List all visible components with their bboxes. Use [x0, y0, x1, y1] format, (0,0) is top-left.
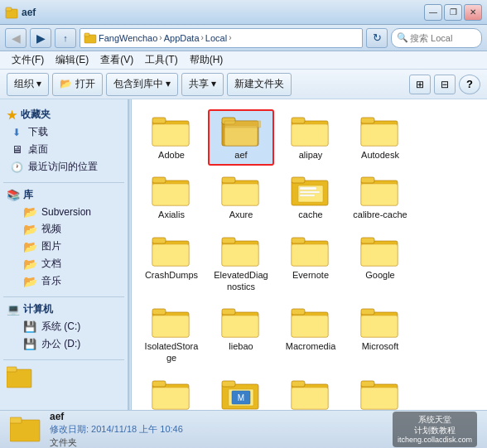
restore-button[interactable]: ❐: [444, 4, 462, 21]
svg-rect-36: [152, 244, 189, 266]
sidebar-item-documents[interactable]: 文档: [17, 255, 124, 272]
address-part-3[interactable]: Local ›: [205, 33, 232, 43]
preview-button[interactable]: ⊟: [434, 75, 456, 94]
share-button[interactable]: 共享 ▾: [181, 73, 224, 96]
refresh-button[interactable]: ↻: [366, 28, 388, 48]
favorites-section: ★ 收藏夹 下载 桌面 最近访问的位置: [3, 106, 124, 176]
watermark: 系统天堂 计划数教程 itcheng.collacdisk.com: [393, 412, 477, 448]
file-item-mindjet[interactable]: M Mindjet: [208, 373, 274, 410]
sidebar-item-drive-c[interactable]: 系统 (C:): [17, 318, 124, 335]
file-item-google[interactable]: Google: [347, 229, 413, 298]
file-item-microsoft[interactable]: Microsoft: [347, 301, 413, 369]
file-label: Microsoft: [362, 340, 399, 352]
file-item-evernote[interactable]: Evernote: [277, 229, 344, 298]
file-item-alipay[interactable]: alipay: [277, 109, 344, 166]
svg-rect-53: [292, 309, 305, 315]
up-button[interactable]: ↑: [55, 28, 76, 48]
window-controls: — ❐ ✕: [424, 4, 482, 21]
svg-rect-54: [292, 316, 328, 337]
sidebar-item-drive-d[interactable]: 办公 (D:): [17, 335, 124, 353]
svg-rect-33: [361, 184, 398, 205]
folder-icon: [360, 174, 400, 209]
svg-rect-50: [222, 309, 235, 315]
search-box[interactable]: 🔍: [391, 28, 482, 48]
svg-rect-44: [361, 238, 374, 243]
file-item-liebao[interactable]: liebao: [208, 301, 274, 369]
svg-rect-26: [292, 177, 305, 183]
watermark-line3: itcheng.collacdisk.com: [398, 436, 472, 446]
menu-tools[interactable]: 工具(T): [140, 52, 182, 69]
library-icon: [7, 189, 20, 202]
sidebar-item-subversion[interactable]: Subversion: [17, 204, 124, 220]
file-item-axure[interactable]: Axure: [208, 169, 274, 225]
minimize-button[interactable]: —: [424, 4, 442, 21]
menu-edit[interactable]: 编辑(E): [51, 52, 94, 69]
libraries-title[interactable]: 库: [3, 186, 124, 204]
sidebar-item-music[interactable]: 音乐: [17, 272, 124, 290]
folder-icon: [291, 306, 330, 340]
folder-icon: [152, 114, 191, 149]
folder-icon: [360, 306, 400, 340]
sidebar-item-video[interactable]: 视频: [17, 220, 124, 238]
new-folder-button[interactable]: 新建文件夹: [227, 73, 292, 96]
svg-rect-48: [152, 316, 189, 337]
computer-title[interactable]: 计算机: [3, 301, 124, 318]
forward-button[interactable]: ▶: [30, 28, 51, 48]
sidebar-item-aef[interactable]: [3, 364, 124, 390]
address-bar[interactable]: FangWenchao › AppData › Local ›: [80, 28, 363, 48]
organize-button[interactable]: 组织 ▾: [7, 73, 49, 96]
address-part-1[interactable]: FangWenchao ›: [99, 33, 162, 43]
sidebar-item-download[interactable]: 下载: [3, 123, 124, 141]
file-item-calibre-cache[interactable]: calibre-cache: [347, 169, 413, 225]
view-options-button[interactable]: ⊞: [409, 75, 431, 94]
file-item-miphone-manager[interactable]: MiPhone Manager: [277, 373, 344, 410]
window-title: aef: [22, 7, 36, 18]
file-item-axialis[interactable]: Axialis: [138, 169, 205, 225]
favorites-title[interactable]: ★ 收藏夹: [3, 106, 124, 123]
file-item-cache[interactable]: cache: [277, 169, 344, 225]
file-item-elevateddiagnostics[interactable]: ElevatedDiagnostics: [208, 229, 274, 298]
svg-rect-39: [222, 244, 258, 266]
file-item-autodesk[interactable]: Autodesk: [347, 109, 413, 166]
file-item-microsoft-help[interactable]: Microsoft Help: [138, 373, 205, 410]
svg-rect-1: [6, 7, 12, 11]
file-item-isolatedstorage[interactable]: IsolatedStorage: [138, 301, 205, 369]
folder-icon: [291, 114, 330, 149]
sidebar-item-desktop[interactable]: 桌面: [3, 141, 124, 158]
sidebar-item-pictures[interactable]: 图片: [17, 238, 124, 255]
window-icon: [5, 6, 18, 19]
help-button[interactable]: ?: [459, 75, 480, 94]
folder-icon: [221, 234, 261, 269]
open-button[interactable]: 📂 打开: [52, 73, 102, 96]
file-item-aef[interactable]: aef: [208, 109, 274, 166]
folder-icon: [221, 174, 261, 209]
svg-rect-21: [152, 184, 189, 205]
recent-icon: [10, 161, 23, 174]
libraries-section: 库 Subversion 视频 图片 文档: [3, 186, 124, 290]
svg-rect-7: [152, 118, 166, 123]
address-part-2[interactable]: AppData ›: [164, 33, 204, 43]
file-label: Axure: [229, 209, 253, 220]
svg-rect-38: [222, 238, 235, 243]
file-item-crashdumps[interactable]: CrashDumps: [138, 229, 205, 298]
menu-help[interactable]: 帮助(H): [185, 52, 229, 69]
search-input[interactable]: [410, 33, 468, 43]
sidebar-item-recent[interactable]: 最近访问的位置: [3, 158, 124, 176]
folder-icon: [152, 234, 191, 269]
include-library-button[interactable]: 包含到库中 ▾: [106, 73, 178, 96]
svg-rect-70: [361, 381, 374, 387]
file-label: liebao: [229, 340, 253, 352]
file-item-macromedia[interactable]: Macromedia: [277, 301, 344, 369]
file-label: Axialis: [158, 209, 185, 220]
folder-icon: [360, 378, 400, 410]
close-button[interactable]: ✕: [464, 4, 482, 21]
star-icon: ★: [7, 108, 17, 122]
svg-rect-35: [152, 238, 166, 243]
back-button[interactable]: ◀: [5, 28, 27, 48]
file-item-mozilla[interactable]: Mozilla: [347, 373, 413, 410]
menu-view[interactable]: 查看(V): [95, 52, 138, 69]
file-label: alipay: [299, 149, 323, 161]
file-item-adobe[interactable]: Adobe: [138, 109, 205, 166]
menu-file[interactable]: 文件(F): [7, 52, 49, 69]
music-folder-icon: [23, 275, 36, 288]
